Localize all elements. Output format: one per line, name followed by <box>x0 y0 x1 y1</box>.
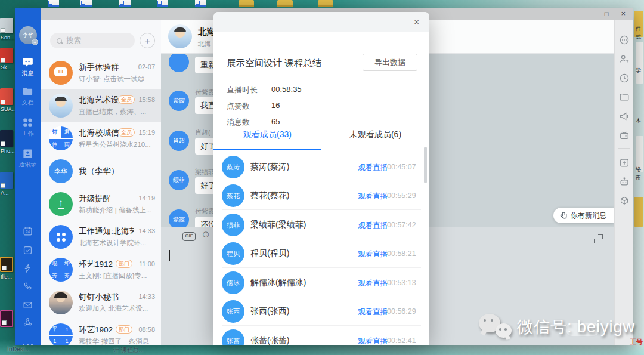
announcement-button[interactable] <box>615 111 634 124</box>
member-row[interactable]: 蔡涛 蔡涛(蔡涛) 观看直播 00:45:07 <box>213 153 429 181</box>
maximize-button[interactable]: □ <box>605 8 609 19</box>
live-button[interactable] <box>615 130 634 143</box>
minimize-button[interactable]: – <box>588 8 592 19</box>
tab-unwatched-members[interactable]: 未观看成员(6) <box>321 129 429 140</box>
export-data-button[interactable]: 导出数据 <box>363 54 417 71</box>
chat-list-item[interactable]: 工作通知:北海艺... 14:33 北海艺术设计学院环... <box>41 221 161 254</box>
member-name: 解儒冰(解儒冰) <box>250 277 306 288</box>
robot-button[interactable] <box>615 177 634 190</box>
window-close-button[interactable]: × <box>621 8 626 19</box>
mail-button[interactable] <box>15 300 41 313</box>
watch-live-link[interactable]: 观看直播 <box>358 221 388 231</box>
more-options-button[interactable] <box>15 337 41 348</box>
chat-list-item-selected[interactable]: 北海艺术设... 全员 15:58 直播已结束，蔡涛、... <box>41 89 161 122</box>
user-plus-icon <box>619 54 630 64</box>
chat-settings-button[interactable] <box>615 35 634 48</box>
stat-label: 消息数 <box>227 117 250 128</box>
modal-scrollbar[interactable] <box>424 147 427 183</box>
chat-list-item[interactable]: 钉钉小秘书 14:33 欢迎加入 北海艺术设... <box>41 286 161 319</box>
add-member-button[interactable] <box>615 54 634 67</box>
watch-live-link[interactable]: 观看直播 <box>358 279 388 289</box>
flash-button[interactable] <box>15 263 41 276</box>
watch-live-link[interactable]: 观看直播 <box>358 163 388 173</box>
member-row[interactable]: 儒冰 解儒冰(解儒冰) 观看直播 00:53:13 <box>213 268 429 297</box>
sender-name: 付紫霞 <box>195 88 215 97</box>
chat-list-item[interactable]: HI 新手体验群 02-07 钉小智: 点击试一试😄 <box>41 57 161 89</box>
chat-list-item[interactable]: ↑ 升级提醒 14:19 新功能介绍 | 储备线上... <box>41 188 161 221</box>
flash-icon <box>23 263 33 273</box>
sidebar-item-contacts[interactable]: 通讯录 <box>15 148 41 169</box>
desktop-shortcut-icon[interactable] <box>0 257 13 272</box>
chat-name: 环艺1912 <box>79 259 113 270</box>
avatar[interactable]: 李华 + <box>19 26 37 44</box>
sidebar-item-messages[interactable]: 消息 <box>15 57 41 78</box>
share-button[interactable] <box>15 317 41 329</box>
desktop-shortcut-icon[interactable] <box>0 172 13 189</box>
chat-title: 北海 <box>198 26 215 38</box>
sender-avatar[interactable]: 紫霞 <box>169 209 189 227</box>
desktop-folder-icon[interactable] <box>239 0 254 7</box>
chat-list-item[interactable]: 平111 环艺1902 部门 08:58 素枝华 撤回了一条消息 <box>41 319 161 345</box>
watch-live-link[interactable]: 观看直播 <box>358 307 388 317</box>
cube-plugin-button[interactable] <box>615 196 634 209</box>
member-row[interactable]: 张西 张西(张西) 观看直播 00:56:29 <box>213 297 429 326</box>
expand-input-icon[interactable] <box>594 234 603 243</box>
desktop-shortcut-icon[interactable] <box>157 0 168 7</box>
desktop-shortcut-icon[interactable] <box>0 310 13 327</box>
desktop-shortcut-icon[interactable] <box>0 48 13 63</box>
search-input[interactable]: 搜索 <box>50 33 135 48</box>
watch-duration: 00:56:29 <box>387 307 416 316</box>
calendar-button[interactable]: 24 <box>15 226 41 239</box>
todo-button[interactable] <box>15 245 41 258</box>
call-button[interactable] <box>15 282 41 294</box>
sender-avatar[interactable]: 绩菲 <box>169 170 189 190</box>
tab-watched-members[interactable]: 观看成员(33) <box>213 129 321 140</box>
sender-avatar[interactable]: 肖超 <box>169 131 189 151</box>
watch-duration: 00:53:13 <box>387 279 416 287</box>
member-row[interactable]: 绩菲 梁绩菲(梁绩菲) 观看直播 00:57:42 <box>213 211 429 239</box>
sidebar-item-docs[interactable]: 文档 <box>15 86 41 107</box>
chat-name: 北海艺术设... <box>79 95 123 106</box>
chat-list-item[interactable]: 琨坤芳齐 环艺1912 部门 11:00 王文刚: [直播回放]专... <box>41 254 161 286</box>
sidebar-item-work[interactable]: 工作 <box>15 117 41 138</box>
sender-avatar[interactable]: 紫霞 <box>169 91 189 111</box>
sidebar-item-label: 工作 <box>15 129 41 138</box>
add-plugin-button[interactable] <box>615 158 634 171</box>
chat-time: 15:19 <box>138 129 155 136</box>
watch-live-link[interactable]: 观看直播 <box>358 249 388 260</box>
chat-list-item[interactable]: 钉君伟雨 北海校城信... 全员 15:19 程星为公益树浇水210... <box>41 122 161 155</box>
chat-name: 工作通知:北海艺... <box>79 226 134 237</box>
member-row[interactable]: 蔡花 蔡花(蔡花) 观看直播 00:55:29 <box>213 181 429 210</box>
sender-avatar[interactable] <box>169 54 189 72</box>
close-icon[interactable]: × <box>414 17 419 27</box>
desktop-folder-icon[interactable] <box>634 197 643 227</box>
desktop-folder-icon[interactable] <box>318 0 333 7</box>
chat-history-button[interactable] <box>615 73 634 86</box>
sidebar-item-label: 消息 <box>15 69 41 78</box>
member-name: 程贝(程贝) <box>250 248 289 259</box>
new-message-pill[interactable]: 你有新消息 <box>553 208 614 223</box>
chat-list-item[interactable]: 李华 我（李华） <box>41 155 161 188</box>
chat-avatar[interactable] <box>168 24 192 48</box>
desktop-shortcut-icon[interactable] <box>0 18 13 33</box>
desktop-folder-icon[interactable] <box>277 0 293 7</box>
avatar-add-badge[interactable]: + <box>32 39 38 45</box>
emoji-button[interactable]: ☺ <box>201 229 210 240</box>
desktop-shortcut-icon[interactable] <box>119 0 131 7</box>
watch-live-link[interactable]: 观看直播 <box>358 192 388 202</box>
desktop-shortcut-icon[interactable] <box>80 0 92 7</box>
desktop-shortcut-icon[interactable] <box>0 130 13 147</box>
gif-button[interactable]: GIF <box>182 232 196 241</box>
group-avatar: 平111 <box>49 323 73 345</box>
files-button[interactable] <box>615 92 634 105</box>
add-chat-button[interactable]: ＋ <box>140 33 155 48</box>
member-row[interactable]: 程贝 程贝(程贝) 观看直播 00:58:21 <box>213 239 429 268</box>
desktop-shortcut-icon[interactable] <box>48 0 59 7</box>
watch-live-link[interactable]: 观看直播 <box>358 337 388 345</box>
member-name: 张蔷(张蔷) <box>250 335 289 345</box>
member-row[interactable]: 张蔷 张蔷(张蔷) 观看直播 00:52:41 <box>213 326 429 345</box>
message-icon <box>22 57 33 68</box>
desktop-shortcut-icon[interactable] <box>195 0 206 7</box>
all-staff-badge: 全员 <box>118 95 135 104</box>
desktop-shortcut-icon[interactable] <box>0 88 13 105</box>
